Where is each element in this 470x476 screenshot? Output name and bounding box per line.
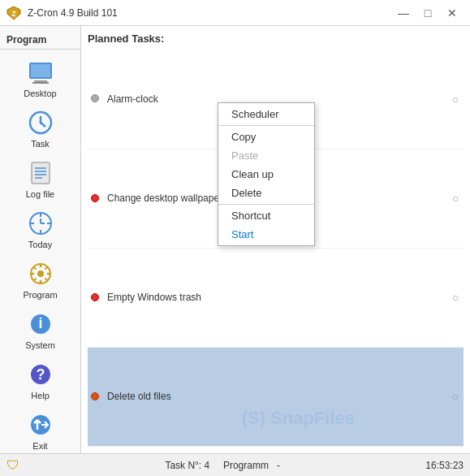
main-container: Program Desktop [0, 26, 470, 453]
minimize-button[interactable]: — [392, 4, 415, 22]
sidebar-item-task-label: Task [31, 139, 50, 149]
table-row[interactable]: Empty Windows trash ○ [88, 248, 464, 347]
content-header: Planned Tasks: [88, 32, 464, 45]
sidebar-item-logfile-label: Log file [26, 189, 54, 199]
content-area: Planned Tasks: Alarm-clock ○ Change d [81, 26, 470, 453]
sidebar: Program Desktop [0, 26, 81, 453]
svg-line-30 [45, 267, 47, 270]
task-icon [26, 108, 55, 137]
svg-text:i: i [38, 315, 42, 331]
context-menu-item-shortcut[interactable]: Shortcut [218, 206, 314, 225]
today-icon [26, 209, 55, 238]
status-left: 🛡 [6, 458, 19, 473]
logfile-icon [26, 158, 55, 188]
app-icon: Z [6, 6, 21, 20]
context-menu-item-copy[interactable]: Copy [218, 128, 314, 146]
status-dash: - [277, 460, 280, 471]
context-menu-item-start[interactable]: Start [218, 225, 314, 244]
task-name: Delete old files [104, 347, 447, 446]
help-icon: ? [26, 360, 55, 389]
svg-rect-3 [34, 80, 47, 82]
task-indicator [88, 347, 104, 446]
sidebar-item-task[interactable]: Task [0, 103, 80, 154]
close-button[interactable]: ✕ [441, 4, 464, 22]
sidebar-item-help[interactable]: ? Help [0, 355, 80, 405]
task-count-label: Task N°: 4 [165, 460, 209, 471]
status-bar: 🛡 Task N°: 4 Programm - 16:53:23 [0, 453, 470, 476]
svg-point-23 [37, 270, 44, 277]
task-circle: ○ [447, 248, 464, 347]
status-center: Task N°: 4 Programm - [19, 460, 425, 471]
sidebar-item-system-label: System [25, 340, 55, 350]
svg-line-29 [45, 279, 47, 281]
sidebar-item-logfile[interactable]: Log file [0, 154, 80, 204]
window-controls: — □ ✕ [392, 4, 464, 22]
table-row[interactable]: Delete old files ○ [88, 347, 464, 446]
task-circle: ○ [447, 347, 464, 446]
title-bar: Z Z-Cron 4.9 Build 101 — □ ✕ [0, 0, 470, 26]
sidebar-item-help-label: Help [31, 391, 50, 400]
time-label: 16:53:23 [425, 460, 464, 471]
sidebar-item-program[interactable]: Program [0, 254, 80, 305]
sidebar-item-program-label: Program [23, 290, 57, 300]
system-icon: i [26, 309, 55, 339]
sidebar-item-exit[interactable]: Exit [0, 405, 80, 456]
context-menu-separator [218, 125, 314, 126]
svg-text:?: ? [36, 366, 45, 383]
context-menu-item-paste: Paste [218, 146, 314, 165]
context-menu-item-delete[interactable]: Delete [218, 184, 314, 202]
maximize-button[interactable]: □ [416, 4, 439, 22]
svg-rect-5 [31, 64, 50, 77]
svg-rect-10 [32, 162, 50, 184]
svg-text:Z: Z [11, 10, 16, 18]
svg-line-28 [33, 267, 36, 270]
context-menu-item-scheduler[interactable]: Scheduler [218, 105, 314, 123]
program-icon [26, 259, 55, 288]
title-bar-left: Z Z-Cron 4.9 Build 101 [6, 6, 118, 20]
svg-point-9 [39, 122, 41, 124]
program-label: Programm [223, 460, 269, 471]
sidebar-item-exit-label: Exit [32, 441, 47, 451]
status-dot-red [91, 293, 99, 301]
task-circle: ○ [447, 149, 464, 248]
task-circle: ○ [447, 50, 464, 149]
sidebar-item-system[interactable]: i System [0, 305, 80, 355]
window-title: Z-Cron 4.9 Build 101 [28, 7, 118, 19]
context-menu-separator-2 [218, 204, 314, 205]
sidebar-item-desktop[interactable]: Desktop [0, 53, 80, 103]
task-indicator [88, 50, 104, 149]
context-menu: Scheduler Copy Paste Clean up Delete Sho… [218, 102, 315, 246]
desktop-icon [26, 58, 55, 87]
status-dot-orange [91, 392, 99, 400]
sidebar-item-today[interactable]: Today [0, 204, 80, 254]
task-indicator [88, 149, 104, 248]
task-indicator [88, 248, 104, 347]
status-dot-red [91, 194, 99, 202]
sidebar-item-desktop-label: Desktop [24, 89, 56, 98]
status-right: 16:53:23 [425, 460, 464, 471]
sidebar-header: Program [0, 31, 80, 50]
exit-icon [26, 410, 55, 439]
svg-rect-4 [32, 82, 49, 84]
svg-line-31 [33, 279, 36, 281]
status-dot-gray [91, 94, 99, 102]
context-menu-item-cleanup[interactable]: Clean up [218, 165, 314, 184]
sidebar-item-today-label: Today [28, 240, 52, 249]
shield-icon: 🛡 [6, 458, 19, 473]
task-name: Empty Windows trash [104, 248, 447, 347]
